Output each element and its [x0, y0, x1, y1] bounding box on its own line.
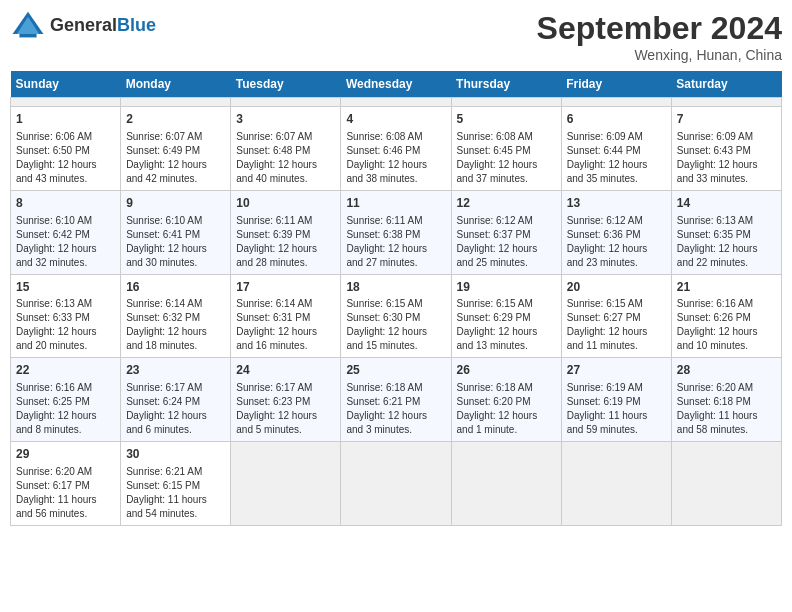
calendar-week-3: 15 Sunrise: 6:13 AM Sunset: 6:33 PM Dayl…: [11, 274, 782, 358]
calendar-cell: 24 Sunrise: 6:17 AM Sunset: 6:23 PM Dayl…: [231, 358, 341, 442]
calendar-cell: 16 Sunrise: 6:14 AM Sunset: 6:32 PM Dayl…: [121, 274, 231, 358]
sunset-label: Sunset: 6:26 PM: [677, 312, 751, 323]
calendar-cell: 5 Sunrise: 6:08 AM Sunset: 6:45 PM Dayli…: [451, 107, 561, 191]
day-number: 27: [567, 362, 666, 379]
calendar-cell: 19 Sunrise: 6:15 AM Sunset: 6:29 PM Dayl…: [451, 274, 561, 358]
calendar-cell: 3 Sunrise: 6:07 AM Sunset: 6:48 PM Dayli…: [231, 107, 341, 191]
sunrise-label: Sunrise: 6:11 AM: [236, 215, 312, 226]
daylight-label: Daylight: 12 hours and 30 minutes.: [126, 243, 207, 268]
logo-icon: [10, 10, 46, 40]
calendar-cell: [231, 442, 341, 526]
day-number: 26: [457, 362, 556, 379]
sunset-label: Sunset: 6:15 PM: [126, 480, 200, 491]
daylight-label: Daylight: 12 hours and 11 minutes.: [567, 326, 648, 351]
sunrise-label: Sunrise: 6:16 AM: [677, 298, 753, 309]
calendar-cell: 28 Sunrise: 6:20 AM Sunset: 6:18 PM Dayl…: [671, 358, 781, 442]
daylight-label: Daylight: 12 hours and 33 minutes.: [677, 159, 758, 184]
calendar-cell: 22 Sunrise: 6:16 AM Sunset: 6:25 PM Dayl…: [11, 358, 121, 442]
day-number: 15: [16, 279, 115, 296]
day-number: 21: [677, 279, 776, 296]
calendar-cell: [671, 442, 781, 526]
sunset-label: Sunset: 6:29 PM: [457, 312, 531, 323]
sunset-label: Sunset: 6:17 PM: [16, 480, 90, 491]
sunrise-label: Sunrise: 6:08 AM: [457, 131, 533, 142]
calendar-cell: 2 Sunrise: 6:07 AM Sunset: 6:49 PM Dayli…: [121, 107, 231, 191]
page-header: GeneralBlue September 2024 Wenxing, Huna…: [10, 10, 782, 63]
calendar-cell: [451, 98, 561, 107]
day-number: 4: [346, 111, 445, 128]
sunrise-label: Sunrise: 6:07 AM: [236, 131, 312, 142]
sunrise-label: Sunrise: 6:11 AM: [346, 215, 422, 226]
sunrise-label: Sunrise: 6:06 AM: [16, 131, 92, 142]
sunset-label: Sunset: 6:45 PM: [457, 145, 531, 156]
calendar-cell: [121, 98, 231, 107]
sunset-label: Sunset: 6:19 PM: [567, 396, 641, 407]
header-wednesday: Wednesday: [341, 71, 451, 98]
calendar-cell: 10 Sunrise: 6:11 AM Sunset: 6:39 PM Dayl…: [231, 190, 341, 274]
calendar-cell: 1 Sunrise: 6:06 AM Sunset: 6:50 PM Dayli…: [11, 107, 121, 191]
calendar-week-1: 1 Sunrise: 6:06 AM Sunset: 6:50 PM Dayli…: [11, 107, 782, 191]
sunrise-label: Sunrise: 6:17 AM: [236, 382, 312, 393]
sunset-label: Sunset: 6:25 PM: [16, 396, 90, 407]
day-number: 23: [126, 362, 225, 379]
daylight-label: Daylight: 12 hours and 40 minutes.: [236, 159, 317, 184]
calendar-cell: 27 Sunrise: 6:19 AM Sunset: 6:19 PM Dayl…: [561, 358, 671, 442]
sunrise-label: Sunrise: 6:08 AM: [346, 131, 422, 142]
sunrise-label: Sunrise: 6:15 AM: [567, 298, 643, 309]
calendar-cell: 20 Sunrise: 6:15 AM Sunset: 6:27 PM Dayl…: [561, 274, 671, 358]
sunrise-label: Sunrise: 6:21 AM: [126, 466, 202, 477]
daylight-label: Daylight: 11 hours and 54 minutes.: [126, 494, 207, 519]
logo: GeneralBlue: [10, 10, 156, 40]
sunrise-label: Sunrise: 6:12 AM: [567, 215, 643, 226]
day-number: 30: [126, 446, 225, 463]
sunrise-label: Sunrise: 6:10 AM: [16, 215, 92, 226]
calendar-cell: [341, 98, 451, 107]
calendar-week-2: 8 Sunrise: 6:10 AM Sunset: 6:42 PM Dayli…: [11, 190, 782, 274]
daylight-label: Daylight: 12 hours and 27 minutes.: [346, 243, 427, 268]
sunset-label: Sunset: 6:35 PM: [677, 229, 751, 240]
daylight-label: Daylight: 12 hours and 25 minutes.: [457, 243, 538, 268]
sunset-label: Sunset: 6:42 PM: [16, 229, 90, 240]
sunset-label: Sunset: 6:49 PM: [126, 145, 200, 156]
sunset-label: Sunset: 6:43 PM: [677, 145, 751, 156]
calendar-cell: 13 Sunrise: 6:12 AM Sunset: 6:36 PM Dayl…: [561, 190, 671, 274]
daylight-label: Daylight: 12 hours and 23 minutes.: [567, 243, 648, 268]
daylight-label: Daylight: 12 hours and 6 minutes.: [126, 410, 207, 435]
calendar-table: Sunday Monday Tuesday Wednesday Thursday…: [10, 71, 782, 526]
calendar-cell: [231, 98, 341, 107]
daylight-label: Daylight: 12 hours and 22 minutes.: [677, 243, 758, 268]
calendar-cell: 29 Sunrise: 6:20 AM Sunset: 6:17 PM Dayl…: [11, 442, 121, 526]
sunrise-label: Sunrise: 6:13 AM: [677, 215, 753, 226]
daylight-label: Daylight: 12 hours and 20 minutes.: [16, 326, 97, 351]
daylight-label: Daylight: 12 hours and 13 minutes.: [457, 326, 538, 351]
day-number: 7: [677, 111, 776, 128]
calendar-week-5: 29 Sunrise: 6:20 AM Sunset: 6:17 PM Dayl…: [11, 442, 782, 526]
sunset-label: Sunset: 6:44 PM: [567, 145, 641, 156]
calendar-cell: 21 Sunrise: 6:16 AM Sunset: 6:26 PM Dayl…: [671, 274, 781, 358]
sunset-label: Sunset: 6:32 PM: [126, 312, 200, 323]
day-number: 19: [457, 279, 556, 296]
sunset-label: Sunset: 6:31 PM: [236, 312, 310, 323]
logo-blue: Blue: [117, 15, 156, 35]
sunset-label: Sunset: 6:39 PM: [236, 229, 310, 240]
sunset-label: Sunset: 6:36 PM: [567, 229, 641, 240]
header-monday: Monday: [121, 71, 231, 98]
day-number: 28: [677, 362, 776, 379]
sunset-label: Sunset: 6:24 PM: [126, 396, 200, 407]
sunrise-label: Sunrise: 6:07 AM: [126, 131, 202, 142]
sunrise-label: Sunrise: 6:15 AM: [346, 298, 422, 309]
calendar-cell: [341, 442, 451, 526]
calendar-cell: 9 Sunrise: 6:10 AM Sunset: 6:41 PM Dayli…: [121, 190, 231, 274]
location: Wenxing, Hunan, China: [537, 47, 782, 63]
sunset-label: Sunset: 6:46 PM: [346, 145, 420, 156]
daylight-label: Daylight: 11 hours and 58 minutes.: [677, 410, 758, 435]
logo-general: General: [50, 15, 117, 35]
sunrise-label: Sunrise: 6:09 AM: [677, 131, 753, 142]
calendar-cell: 23 Sunrise: 6:17 AM Sunset: 6:24 PM Dayl…: [121, 358, 231, 442]
sunset-label: Sunset: 6:27 PM: [567, 312, 641, 323]
day-number: 9: [126, 195, 225, 212]
daylight-label: Daylight: 12 hours and 16 minutes.: [236, 326, 317, 351]
calendar-cell: [561, 98, 671, 107]
daylight-label: Daylight: 12 hours and 10 minutes.: [677, 326, 758, 351]
logo-text: GeneralBlue: [50, 15, 156, 36]
